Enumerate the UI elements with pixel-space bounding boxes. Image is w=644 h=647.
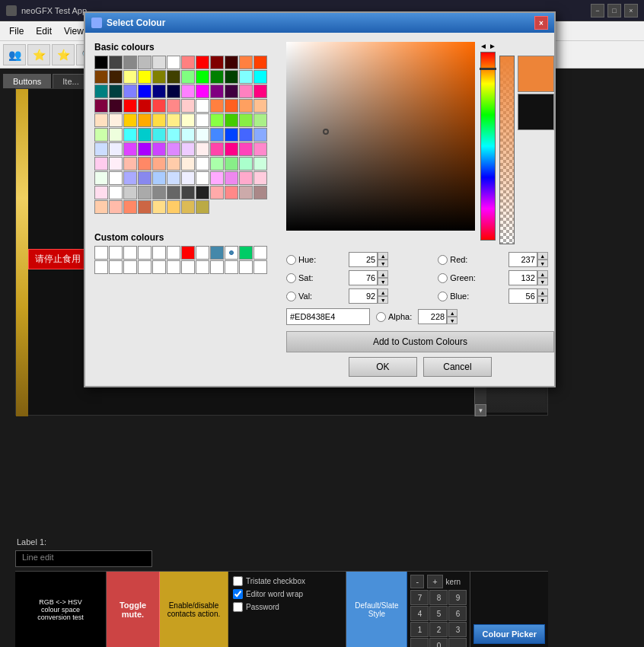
basic-colour-swatch[interactable] [210, 56, 224, 69]
hue-spin-down[interactable]: ▼ [378, 260, 388, 267]
basic-colour-swatch[interactable] [138, 171, 151, 185]
numpad-1[interactable]: 1 [410, 622, 429, 637]
custom-colour-swatch[interactable] [138, 260, 151, 274]
basic-colour-swatch[interactable] [181, 186, 195, 199]
basic-colour-swatch[interactable] [167, 128, 180, 142]
hue-slider[interactable] [480, 52, 496, 241]
dialog-close-btn[interactable]: × [534, 16, 548, 30]
basic-colour-swatch[interactable] [109, 186, 123, 199]
alpha-slider[interactable] [499, 56, 515, 244]
numpad-empty1[interactable] [410, 638, 429, 647]
numpad-6[interactable]: 6 [448, 606, 467, 621]
red-radio-label[interactable]: Red: [438, 255, 504, 265]
basic-colour-swatch[interactable] [253, 171, 267, 185]
cancel-btn[interactable]: Cancel [423, 357, 492, 377]
basic-colour-swatch[interactable] [239, 99, 253, 113]
kern-minus-btn[interactable]: - [410, 575, 424, 588]
basic-colour-swatch[interactable] [210, 84, 224, 98]
hue-radio[interactable] [286, 255, 296, 265]
blue-radio[interactable] [438, 292, 448, 301]
basic-colour-swatch[interactable] [138, 70, 151, 84]
custom-colour-swatch[interactable] [167, 260, 180, 274]
basic-colour-swatch[interactable] [253, 56, 267, 69]
alpha-radio-label[interactable]: Alpha: [376, 312, 412, 322]
basic-colour-swatch[interactable] [239, 171, 253, 185]
basic-colour-swatch[interactable] [152, 157, 166, 171]
custom-colour-swatch[interactable] [225, 260, 238, 274]
custom-colour-swatch[interactable] [138, 246, 151, 260]
basic-colour-swatch[interactable] [239, 142, 253, 156]
basic-colour-swatch[interactable] [167, 142, 180, 156]
custom-colour-swatch[interactable] [123, 246, 137, 260]
val-spin-down[interactable]: ▼ [378, 296, 388, 304]
basic-colour-swatch[interactable] [152, 200, 166, 214]
ok-btn[interactable]: OK [349, 357, 417, 377]
hex-input[interactable] [286, 308, 370, 325]
custom-colour-swatch[interactable] [167, 246, 180, 260]
basic-colour-swatch[interactable] [152, 186, 166, 199]
basic-colour-swatch[interactable] [94, 142, 108, 156]
basic-colour-swatch[interactable] [138, 157, 151, 171]
toolbar-btn-star1[interactable]: ⭐ [27, 44, 50, 65]
basic-colour-swatch[interactable] [167, 200, 180, 214]
numpad-4[interactable]: 4 [410, 606, 429, 621]
basic-colour-swatch[interactable] [109, 171, 123, 185]
basic-colour-swatch[interactable] [94, 128, 108, 142]
numpad-empty2[interactable] [448, 638, 467, 647]
basic-colour-swatch[interactable] [152, 171, 166, 185]
basic-colour-swatch[interactable] [167, 99, 180, 113]
maximize-btn[interactable]: □ [607, 4, 621, 18]
basic-colour-swatch[interactable] [123, 99, 137, 113]
hue-radio-label[interactable]: Hue: [286, 255, 344, 265]
sat-radio[interactable] [286, 273, 296, 283]
basic-colour-swatch[interactable] [109, 99, 123, 113]
basic-colour-swatch[interactable] [94, 99, 108, 113]
toggle-mute-btn[interactable]: Togglemute. [107, 572, 160, 647]
basic-colour-swatch[interactable] [239, 128, 253, 142]
basic-colour-swatch[interactable] [109, 142, 123, 156]
numpad-5[interactable]: 5 [429, 606, 448, 621]
scroll-down-btn[interactable]: ▼ [475, 404, 486, 416]
numpad-7[interactable]: 7 [410, 590, 429, 605]
basic-colour-swatch[interactable] [225, 99, 238, 113]
val-radio[interactable] [286, 292, 296, 301]
basic-colour-swatch[interactable] [253, 70, 267, 84]
blue-spin-down[interactable]: ▼ [537, 296, 548, 304]
basic-colour-swatch[interactable] [196, 171, 209, 185]
add-custom-colours-btn[interactable]: Add to Custom Colours [286, 331, 554, 352]
basic-colour-swatch[interactable] [196, 157, 209, 171]
basic-colour-swatch[interactable] [225, 157, 238, 171]
basic-colour-swatch[interactable] [196, 142, 209, 156]
custom-colour-swatch[interactable] [94, 260, 108, 274]
basic-colour-swatch[interactable] [167, 70, 180, 84]
sat-spin-down[interactable]: ▼ [378, 278, 388, 285]
custom-colour-swatch[interactable] [196, 260, 209, 274]
tristate-checkbox[interactable] [233, 576, 243, 586]
basic-colour-swatch[interactable] [253, 157, 267, 171]
basic-colour-swatch[interactable] [181, 200, 195, 214]
basic-colour-swatch[interactable] [138, 142, 151, 156]
basic-colour-swatch[interactable] [225, 84, 238, 98]
basic-colour-swatch[interactable] [239, 84, 253, 98]
basic-colour-swatch[interactable] [196, 56, 209, 69]
numpad-9[interactable]: 9 [448, 590, 467, 605]
colour-picker-btn[interactable]: Colour Picker [473, 624, 545, 644]
basic-colour-swatch[interactable] [239, 56, 253, 69]
basic-colour-swatch[interactable] [167, 56, 180, 69]
green-input[interactable] [509, 270, 537, 285]
password-checkbox[interactable] [233, 602, 243, 612]
custom-colour-swatch[interactable] [152, 260, 166, 274]
basic-colour-swatch[interactable] [225, 142, 238, 156]
basic-colour-swatch[interactable] [181, 70, 195, 84]
hue-spin-up[interactable]: ▲ [378, 252, 388, 260]
basic-colour-swatch[interactable] [138, 128, 151, 142]
custom-colour-swatch[interactable] [109, 260, 123, 274]
custom-colour-swatch[interactable] [253, 260, 267, 274]
custom-colour-swatch[interactable] [239, 246, 253, 260]
sat-spin-up[interactable]: ▲ [378, 270, 388, 278]
basic-colour-swatch[interactable] [94, 200, 108, 214]
tristate-label[interactable]: Tristate checkbox [233, 576, 341, 586]
custom-colour-swatch[interactable] [181, 260, 195, 274]
red-radio[interactable] [438, 255, 448, 265]
basic-colour-swatch[interactable] [123, 56, 137, 69]
